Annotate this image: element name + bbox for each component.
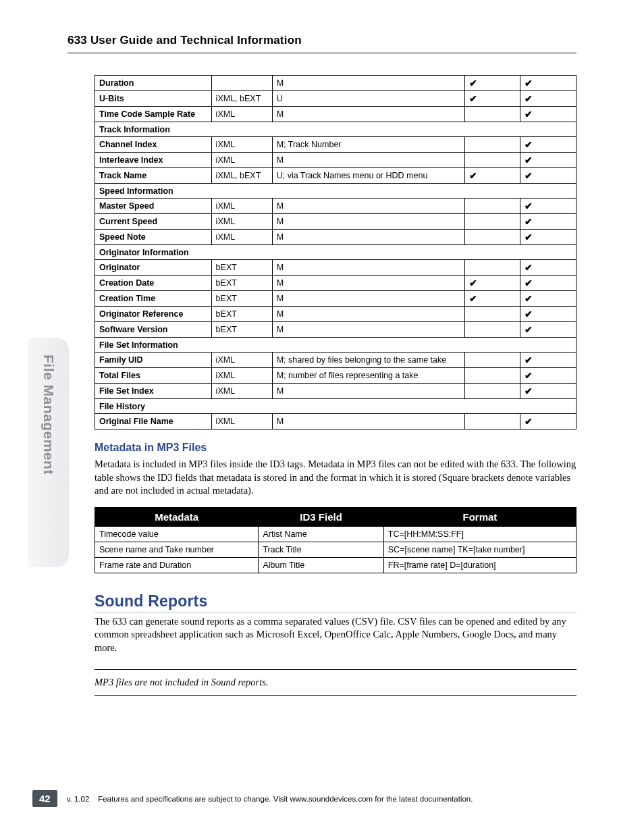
check-cell-1 [464, 368, 520, 384]
check-cell-2: ✔ [520, 322, 576, 338]
desc-cell: M [272, 307, 464, 322]
id3-table: Metadata ID3 Field Format Timecode value… [95, 507, 576, 573]
id3-metadata-cell: Scene name and Take number [95, 542, 259, 557]
table-row: DurationM✔✔ [95, 76, 576, 91]
desc-cell: M [272, 199, 464, 214]
check-cell-2: ✔ [520, 76, 576, 91]
chunk-cell: iXML [211, 107, 272, 122]
check-cell-2: ✔ [520, 353, 576, 368]
id3-format-cell: SC=[scene name] TK=[take number] [383, 542, 576, 557]
desc-cell: M; number of files representing a take [272, 368, 464, 384]
sound-reports-heading: Sound Reports [95, 592, 576, 613]
check-cell-1 [464, 137, 520, 153]
field-name-cell: Master Speed [95, 199, 212, 214]
desc-cell: M [272, 107, 464, 122]
check-cell-2: ✔ [520, 414, 576, 429]
desc-cell: M [272, 230, 464, 245]
field-name-cell: Originator Reference [95, 307, 212, 322]
field-name-cell: Original File Name [95, 414, 212, 429]
table-row: Speed Information [95, 184, 576, 199]
check-cell-1: ✔ [464, 291, 520, 307]
desc-cell: U [272, 91, 464, 107]
desc-cell: M [272, 414, 464, 429]
check-cell-2: ✔ [520, 260, 576, 276]
table-row: Timecode valueArtist NameTC=[HH:MM:SS:FF… [95, 526, 576, 542]
check-cell-2: ✔ [520, 137, 576, 153]
footer-text: v. 1.02 Features and specifications are … [67, 795, 473, 803]
desc-cell: M [272, 384, 464, 399]
field-name-cell: File Set Index [95, 384, 212, 399]
id3-metadata-cell: Frame rate and Duration [95, 557, 259, 573]
footer-note: Features and specifications are subject … [98, 795, 473, 803]
desc-cell: M [272, 153, 464, 168]
check-cell-2: ✔ [520, 199, 576, 214]
table-row: Frame rate and DurationAlbum TitleFR=[fr… [95, 557, 576, 573]
field-name-cell: Time Code Sample Rate [95, 107, 212, 122]
field-name-cell: Software Version [95, 322, 212, 338]
chunk-cell: iXML, bEXT [211, 91, 272, 107]
id3-field-cell: Artist Name [259, 526, 383, 542]
check-cell-1 [464, 107, 520, 122]
id3-header-format: Format [383, 507, 576, 526]
id3-format-cell: TC=[HH:MM:SS:FF] [383, 526, 576, 542]
id3-header-metadata: Metadata [95, 507, 259, 526]
check-cell-1: ✔ [464, 91, 520, 107]
desc-cell: M [272, 76, 464, 91]
check-cell-1 [464, 414, 520, 429]
check-cell-1 [464, 322, 520, 338]
table-row: Current SpeediXMLM✔ [95, 214, 576, 230]
check-cell-1: ✔ [464, 168, 520, 184]
check-cell-2: ✔ [520, 291, 576, 307]
field-name-cell: Interleave Index [95, 153, 212, 168]
chunk-cell: bEXT [211, 260, 272, 276]
chunk-cell: iXML, bEXT [211, 168, 272, 184]
chunk-cell: iXML [211, 368, 272, 384]
check-cell-2: ✔ [520, 307, 576, 322]
footer-version: v. 1.02 [67, 795, 90, 803]
id3-field-cell: Track Title [259, 542, 383, 557]
field-name-cell: Originator [95, 260, 212, 276]
table-row: Original File NameiXMLM✔ [95, 414, 576, 429]
table-row: U-BitsiXML, bEXTU✔✔ [95, 91, 576, 107]
table-row: Software VersionbEXTM✔ [95, 322, 576, 338]
chunk-cell: bEXT [211, 276, 272, 291]
section-cell: File Set Information [95, 338, 576, 353]
table-row: Scene name and Take numberTrack TitleSC=… [95, 542, 576, 557]
sound-reports-paragraph: The 633 can generate sound reports as a … [95, 615, 576, 655]
desc-cell: M [272, 276, 464, 291]
table-row: Originator Information [95, 245, 576, 260]
page-footer: 42 v. 1.02 Features and specifications a… [32, 790, 576, 807]
field-name-cell: Channel Index [95, 137, 212, 153]
chunk-cell: iXML [211, 230, 272, 245]
field-name-cell: Speed Note [95, 230, 212, 245]
table-row: Track Information [95, 122, 576, 137]
table-row: File Set IndexiXMLM✔ [95, 384, 576, 399]
check-cell-2: ✔ [520, 214, 576, 230]
sound-reports-note: MP3 files are not included in Sound repo… [95, 669, 576, 696]
id3-metadata-cell: Timecode value [95, 526, 259, 542]
check-cell-1 [464, 199, 520, 214]
check-cell-2: ✔ [520, 384, 576, 399]
table-row: Speed NoteiXMLM✔ [95, 230, 576, 245]
table-row: File Set Information [95, 338, 576, 353]
check-cell-2: ✔ [520, 230, 576, 245]
check-cell-1 [464, 384, 520, 399]
chunk-cell: iXML [211, 137, 272, 153]
chunk-cell: bEXT [211, 291, 272, 307]
table-row: Originator ReferencebEXTM✔ [95, 307, 576, 322]
field-name-cell: U-Bits [95, 91, 212, 107]
table-row: Total FilesiXMLM; number of files repres… [95, 368, 576, 384]
check-cell-1: ✔ [464, 276, 520, 291]
table-row: Creation TimebEXTM✔✔ [95, 291, 576, 307]
check-cell-1 [464, 307, 520, 322]
check-cell-1 [464, 153, 520, 168]
field-name-cell: Family UID [95, 353, 212, 368]
section-cell: Speed Information [95, 184, 576, 199]
check-cell-2: ✔ [520, 368, 576, 384]
chunk-cell: iXML [211, 414, 272, 429]
chunk-cell: iXML [211, 214, 272, 230]
table-row: Time Code Sample RateiXMLM✔ [95, 107, 576, 122]
check-cell-2: ✔ [520, 153, 576, 168]
page-number-badge: 42 [32, 790, 57, 807]
section-cell: Track Information [95, 122, 576, 137]
